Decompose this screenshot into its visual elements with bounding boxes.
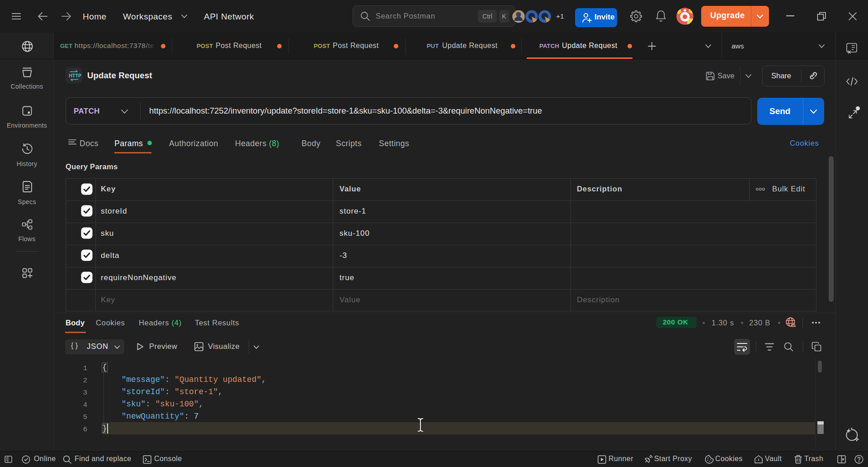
svg-text:HTTP: HTTP — [69, 73, 81, 78]
